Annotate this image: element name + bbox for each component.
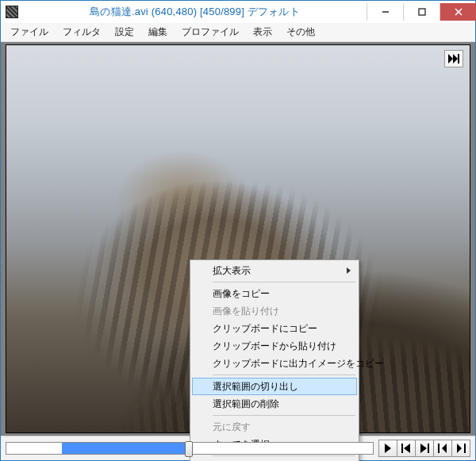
ctx-zoom-view[interactable]: 拡大表示 <box>192 262 357 279</box>
ctx-undo: 元に戻す <box>192 418 357 436</box>
ctx-crop-selection[interactable]: 選択範囲の切り出し <box>192 378 357 395</box>
menu-other[interactable]: その他 <box>280 23 321 41</box>
prev-frame-icon <box>401 444 411 453</box>
svg-rect-11 <box>428 444 429 453</box>
maximize-icon <box>418 8 426 16</box>
next-frame-icon <box>420 444 429 453</box>
ctx-paste-image: 画像を貼り付け <box>192 302 357 320</box>
minimize-button[interactable] <box>367 3 403 21</box>
ctx-separator <box>213 415 355 416</box>
menu-edit[interactable]: 編集 <box>142 23 174 41</box>
prev-frame-button[interactable] <box>397 440 416 457</box>
svg-marker-4 <box>448 54 453 63</box>
svg-rect-1 <box>419 9 425 15</box>
ctx-delete-selection[interactable]: 選択範囲の削除 <box>192 395 357 413</box>
last-frame-icon <box>456 444 466 453</box>
window-title: 島の猫達.avi (640,480) [450/899] デフォルト <box>23 5 367 19</box>
goto-end-button[interactable] <box>444 50 463 67</box>
app-icon <box>6 6 18 18</box>
svg-marker-10 <box>420 444 427 453</box>
play-button[interactable] <box>378 440 397 457</box>
svg-rect-16 <box>464 444 466 453</box>
ctx-separator <box>213 375 355 375</box>
menu-settings[interactable]: 設定 <box>109 23 140 41</box>
svg-marker-15 <box>457 444 462 453</box>
svg-rect-6 <box>458 54 459 63</box>
ctx-paste-from-clipboard[interactable]: クリップボードから貼り付け <box>192 337 357 355</box>
timeline-selection[interactable] <box>62 443 185 454</box>
svg-marker-7 <box>385 444 391 453</box>
window-buttons <box>367 3 476 21</box>
ctx-separator <box>213 455 355 456</box>
menu-filter[interactable]: フィルタ <box>56 23 107 41</box>
titlebar[interactable]: 島の猫達.avi (640,480) [450/899] デフォルト <box>1 1 475 23</box>
close-icon <box>455 8 463 16</box>
next-frame-button[interactable] <box>415 440 434 457</box>
menu-profile[interactable]: プロファイル <box>175 23 245 41</box>
menu-view[interactable]: 表示 <box>247 23 278 41</box>
ctx-separator <box>213 282 355 282</box>
close-button[interactable] <box>440 3 476 21</box>
ctx-copy-to-clipboard[interactable]: クリップボードにコピー <box>192 320 357 337</box>
video-viewport[interactable]: 拡大表示 画像をコピー 画像を貼り付け クリップボードにコピー クリップボードか… <box>1 42 475 436</box>
svg-marker-9 <box>404 444 410 453</box>
first-frame-button[interactable] <box>433 440 452 457</box>
goto-end-icon <box>448 54 459 63</box>
playback-buttons <box>378 440 470 457</box>
timeline-thumb[interactable] <box>185 441 193 457</box>
svg-marker-5 <box>453 54 458 63</box>
first-frame-icon <box>438 444 447 453</box>
svg-rect-8 <box>401 444 403 453</box>
app-window: 島の猫達.avi (640,480) [450/899] デフォルト ファイル … <box>0 0 476 461</box>
ctx-copy-output-image[interactable]: クリップボードに出力イメージをコピー <box>192 355 357 372</box>
minimize-icon <box>382 8 390 16</box>
menu-file[interactable]: ファイル <box>4 23 55 41</box>
menubar: ファイル フィルタ 設定 編集 プロファイル 表示 その他 <box>1 23 475 42</box>
last-frame-button[interactable] <box>451 440 470 457</box>
context-menu: 拡大表示 画像をコピー 画像を貼り付け クリップボードにコピー クリップボードか… <box>190 259 359 461</box>
play-icon <box>384 444 392 453</box>
timeline-track[interactable] <box>6 442 374 455</box>
maximize-button[interactable] <box>403 3 440 21</box>
ctx-copy-image[interactable]: 画像をコピー <box>192 285 357 302</box>
